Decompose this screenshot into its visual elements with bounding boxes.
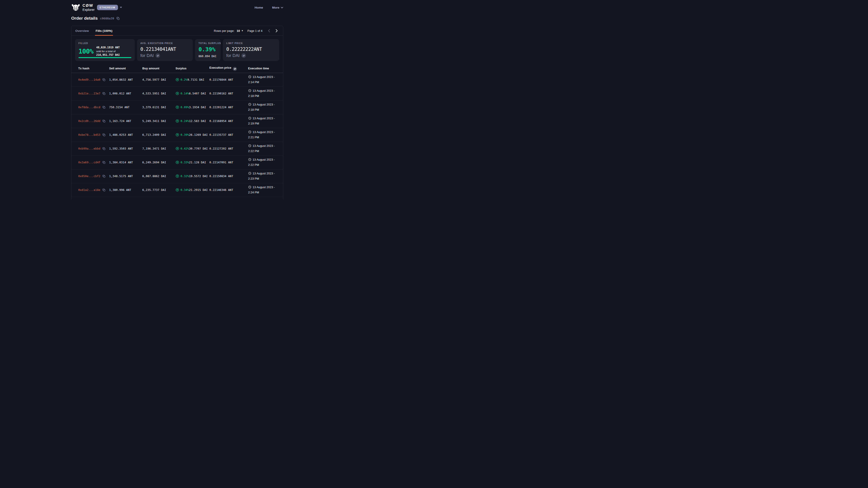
execution-time: 13 August 2023 - 2:22 PM [248,156,283,169]
page-indicator: Page 1 of 4 [248,29,263,33]
tx-hash-link[interactable]: 0xd1a2...a18e [78,188,100,192]
limit-price-label: LIMIT PRICE [226,42,276,44]
tx-hash-link[interactable]: 0x3a69...cd4f [78,161,100,164]
network-selector[interactable]: ETHEREUM [97,5,122,10]
execution-time: 13 August 2023 - 2:24 PM [248,183,283,197]
nav-more[interactable]: More [272,6,283,9]
main-nav: Home More [254,6,283,9]
execution-time-text: 13 August 2023 - 2:19 PM [248,117,275,125]
network-badge[interactable]: ETHEREUM [97,5,118,10]
buy-amount: 3,379.6131 DAI [143,105,166,109]
next-page-button[interactable] [274,28,279,33]
copy-tx-hash-icon[interactable] [102,92,105,95]
clock-icon [248,130,251,135]
col-surplus: Surplus [176,64,209,73]
limit-price-value: 0.22222222ANT [226,46,276,52]
copy-tx-hash-icon[interactable] [102,175,105,178]
surplus-up-icon [176,78,179,81]
cow-explorer-logo[interactable]: CØW Explorer [71,4,95,11]
copy-tx-hash-icon[interactable] [102,78,105,81]
tx-hash-link[interactable]: 0xb99a...ebbd [78,147,100,150]
surplus-up-icon [176,147,179,150]
sell-amount: 1,348.5175 ANT [109,174,133,178]
col-buy-amount: Buy amount [142,64,176,73]
surplus-up-icon [176,174,179,178]
select-caret-icon: ▼ [241,30,243,32]
total-surplus-label: TOTAL SURPLUS [198,42,217,44]
copy-tx-hash-icon[interactable] [102,147,105,150]
tx-hash-link[interactable]: 0x4ed9...14a0 [78,78,100,81]
stats-cards: FILLED 100% 48,020.1919 ANT sold for a t… [71,36,283,64]
buy-amount: 6,249.2694 DAI [143,161,166,164]
tx-hash-link[interactable]: 0xb21e...23e7 [78,92,100,95]
execution-time-text: 13 August 2023 - 2:18 PM [248,89,275,97]
page-title: Order details [71,16,98,21]
rows-per-page-select[interactable]: 10 ▼ [237,29,243,33]
copy-tx-hash-icon[interactable] [102,133,105,136]
logo-word: CØW [83,4,95,7]
table-controls: Rows per page: 10 ▼ Page 1 of 4 [214,28,279,33]
nav-home[interactable]: Home [254,6,263,9]
cow-head-icon [71,4,80,11]
limit-price-card: LIMIT PRICE 0.22222222ANT for DAI ⇄ [223,39,279,61]
surplus-up-icon [176,133,179,136]
filled-percent: 100% [79,47,93,55]
col-tx-hash: Tx hash [71,64,109,73]
buy-amount: 6,087.8862 DAI [143,174,166,178]
table-row: 0xbe78...b453 1,486.0253 ANT 6,713.2409 … [71,128,283,142]
execution-price: 0.22176844 ANT [209,78,233,81]
copy-order-id-icon[interactable] [116,17,120,20]
surplus-percent: 0.2% [181,78,187,81]
avg-price-label: AVG. EXECUTION PRICE [141,42,189,44]
execution-time: 13 August 2023 - 2:21 PM [248,128,283,142]
tx-hash-link[interactable]: 0xf8da...dbcd [78,105,100,109]
table-header-row: Tx hash Sell amount Buy amount Surplus E… [71,64,283,73]
copy-tx-hash-icon[interactable] [102,188,105,192]
avg-price-unit: for DAI [141,53,154,58]
filled-amount: 48,020.1919 ANT [96,46,120,49]
tab-overview[interactable]: Overview [75,26,89,35]
buy-amount: 6,235.7737 DAI [143,188,166,192]
table-row: 0xd1a2...a18e 1,380.996 ANT 6,235.7737 D… [71,183,283,197]
execution-price: 0.22147091 ANT [209,161,233,164]
execution-price: 0.22127202 ANT [209,147,233,150]
panel-bottom-spacer [71,197,283,199]
invert-price-icon[interactable]: ⇄ [241,53,246,58]
page-container: CØW Explorer ETHEREUM Home More Order de… [71,0,283,199]
surplus-up-icon [176,161,179,164]
copy-tx-hash-icon[interactable] [102,120,105,123]
execution-time: 13 August 2023 - 2:18 PM [248,87,283,100]
surplus-amount: 21.128 DAI [189,161,206,164]
buy-amount: 4,533.5951 DAI [143,92,166,95]
tx-hash-link[interactable]: 0x050e...cbf2 [78,174,100,178]
table-row: 0xb99a...ebbd 1,592.3503 ANT 7,196.3471 … [71,142,283,156]
clock-icon [248,89,251,94]
surplus-percent: 0.32% [181,174,189,178]
sell-amount: 1,380.996 ANT [109,188,131,192]
col-sell-amount: Sell amount [109,64,142,73]
copy-tx-hash-icon[interactable] [102,161,105,164]
clock-icon [248,117,251,121]
total-surplus-card: TOTAL SURPLUS 0.39% 860.894 DAI [195,39,221,61]
total-surplus-percent: 0.39% [198,46,217,53]
copy-tx-hash-icon[interactable] [102,106,105,109]
avg-execution-price-card: AVG. EXECUTION PRICE 0.22134041ANT for D… [137,39,193,61]
prev-page-button[interactable] [267,28,272,33]
network-caret-icon[interactable] [120,7,122,8]
buy-amount: 4,756.5977 DAI [143,78,166,81]
tx-hash-link[interactable]: 0xbe78...b453 [78,133,100,136]
surplus-amount: 12.583 DAI [189,119,206,123]
clock-icon [248,172,251,176]
clock-icon [248,158,251,162]
execution-time: 13 August 2023 - 2:19 PM [248,114,283,128]
surplus-amount: 19.5572 DAI [189,174,208,178]
tab-fills[interactable]: Fills (100%) [96,26,112,35]
sell-amount: 1,006.012 ANT [109,92,131,95]
invert-price-icon[interactable]: ⇄ [156,53,160,58]
tx-hash-link[interactable]: 0x2cd0...26dd [78,119,100,123]
toggle-price-unit-icon[interactable]: ⇄ [233,67,237,71]
clock-icon [248,186,251,190]
filled-sold-total: 216,951.757 DAI [96,53,120,57]
surplus-up-icon [176,105,179,109]
surplus-amount: 3.1934 DAI [189,105,206,109]
